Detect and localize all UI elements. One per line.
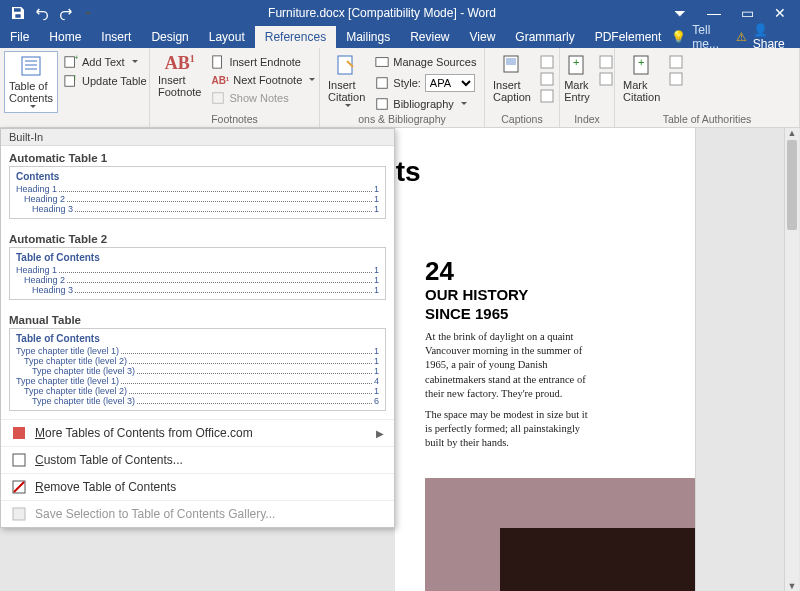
menu-save-gallery: Save Selection to Table of Contents Gall… <box>1 500 394 527</box>
table-of-contents-button[interactable]: Table of Contents <box>4 51 58 113</box>
tab-insert[interactable]: Insert <box>91 26 141 48</box>
tab-references[interactable]: References <box>255 26 336 48</box>
chevron-right-icon: ▶ <box>376 428 384 439</box>
tab-file[interactable]: File <box>0 26 39 48</box>
update-toa-icon[interactable] <box>668 71 684 87</box>
toc-preview-auto2[interactable]: Table of Contents Heading 11 Heading 21 … <box>9 247 386 300</box>
svg-rect-8 <box>213 56 222 68</box>
svg-rect-18 <box>541 90 553 102</box>
insert-index-icon[interactable] <box>598 54 614 70</box>
minimize-icon[interactable]: — <box>707 5 721 21</box>
tab-pdfelement[interactable]: PDFelement <box>585 26 672 48</box>
tab-layout[interactable]: Layout <box>199 26 255 48</box>
redo-icon[interactable] <box>58 5 74 21</box>
manage-sources-button[interactable]: Manage Sources <box>373 54 478 70</box>
svg-rect-26 <box>670 73 682 85</box>
add-text-icon: + <box>64 55 78 69</box>
update-table-button[interactable]: ! Update Table <box>62 73 149 89</box>
qat-customize-icon[interactable] <box>82 6 91 20</box>
tell-me-input[interactable]: Tell me... <box>692 23 729 51</box>
share-button[interactable]: 👤 Share <box>753 23 792 51</box>
toc-dropdown-menu: Built-In Automatic Table 1 Contents Head… <box>0 128 395 528</box>
svg-text:!: ! <box>74 74 76 82</box>
ribbon-group-toc: Table of Contents + Add Text ! Update Ta… <box>0 48 150 127</box>
scroll-up-icon[interactable]: ▲ <box>785 128 799 138</box>
maximize-icon[interactable]: ▭ <box>741 5 754 21</box>
group-label: Index <box>564 113 610 127</box>
doc-heading-fragment: its <box>395 156 421 188</box>
menu-label: ustom Table of Contents... <box>44 453 183 467</box>
tab-grammarly[interactable]: Grammarly <box>505 26 584 48</box>
update-table-figures-icon[interactable] <box>539 71 555 87</box>
custom-toc-icon <box>11 452 27 468</box>
bibliography-button[interactable]: Bibliography <box>373 96 478 112</box>
doc-paragraph: At the brink of daylight on a quaint Van… <box>425 330 595 401</box>
group-label: ons & Bibliography <box>324 113 480 127</box>
doc-section-heading: OUR HISTORYSINCE 1965 <box>425 286 528 324</box>
toc-preview-auto1[interactable]: Contents Heading 11 Heading 21 Heading 3… <box>9 166 386 219</box>
doc-chapter-number: 24 <box>425 256 454 287</box>
insert-toa-icon[interactable] <box>668 54 684 70</box>
tab-view[interactable]: View <box>460 26 506 48</box>
citation-style-select[interactable]: Style: APA <box>373 73 478 93</box>
svg-rect-13 <box>377 99 388 110</box>
insert-table-figures-icon[interactable] <box>539 54 555 70</box>
manage-sources-icon <box>375 55 389 69</box>
ribbon-group-authorities: + Mark Citation Table of Authorities <box>615 48 800 127</box>
tab-home[interactable]: Home <box>39 26 91 48</box>
svg-rect-22 <box>600 73 612 85</box>
document-page[interactable]: its 24 OUR HISTORYSINCE 1965 At the brin… <box>395 128 695 591</box>
insert-citation-button[interactable]: Insert Citation <box>324 51 369 111</box>
next-footnote-button[interactable]: AB¹ Next Footnote <box>209 73 317 87</box>
svg-text:+: + <box>573 56 579 68</box>
group-label <box>4 113 145 127</box>
svg-rect-11 <box>376 58 388 67</box>
citation-icon <box>335 53 359 77</box>
dropdown-section-builtin: Built-In <box>1 129 394 146</box>
close-icon[interactable]: ✕ <box>774 5 786 21</box>
update-index-icon[interactable] <box>598 71 614 87</box>
ribbon-options-icon[interactable]: ⏷ <box>673 5 687 21</box>
scroll-down-icon[interactable]: ▼ <box>785 581 799 591</box>
add-text-button[interactable]: + Add Text <box>62 54 149 70</box>
show-notes-button[interactable]: Show Notes <box>209 90 317 106</box>
scrollbar-thumb[interactable] <box>787 140 797 230</box>
group-label: Captions <box>489 113 555 127</box>
tab-design[interactable]: Design <box>141 26 198 48</box>
insert-caption-button[interactable]: Insert Caption <box>489 51 535 105</box>
warning-icon[interactable]: ⚠ <box>736 30 747 44</box>
toc-option-auto2[interactable]: Automatic Table 2 <box>1 227 394 247</box>
menu-more-toc[interactable]: More Tables of Contents from Office.com … <box>1 419 394 446</box>
toc-icon <box>19 54 43 78</box>
tab-review[interactable]: Review <box>400 26 459 48</box>
menu-label: ore Tables of Contents from Office.com <box>45 426 253 440</box>
mark-entry-button[interactable]: + Mark Entry <box>560 51 594 105</box>
toc-option-manual[interactable]: Manual Table <box>1 308 394 328</box>
tell-me-icon[interactable]: 💡 <box>671 30 686 44</box>
show-notes-icon <box>211 91 225 105</box>
toc-preview-manual[interactable]: Table of Contents Type chapter title (le… <box>9 328 386 411</box>
window-title: Furniture.docx [Compatibility Mode] - Wo… <box>91 6 673 20</box>
tab-mailings[interactable]: Mailings <box>336 26 400 48</box>
menu-custom-toc[interactable]: Custom Table of Contents... <box>1 446 394 473</box>
style-dropdown[interactable]: APA <box>425 74 475 92</box>
menu-remove-toc[interactable]: Remove Table of Contents <box>1 473 394 500</box>
ribbon-group-index: + Mark Entry Index <box>560 48 615 127</box>
svg-rect-21 <box>600 56 612 68</box>
insert-footnote-button[interactable]: AB1 Insert Footnote <box>154 51 205 100</box>
window-controls: ⏷ — ▭ ✕ <box>673 5 796 21</box>
bibliography-icon <box>375 97 389 111</box>
svg-rect-17 <box>541 73 553 85</box>
endnote-icon <box>211 55 225 69</box>
svg-rect-15 <box>506 58 516 65</box>
toc-option-auto1[interactable]: Automatic Table 1 <box>1 146 394 166</box>
vertical-scrollbar[interactable]: ▲ ▼ <box>784 128 799 591</box>
update-table-icon: ! <box>64 74 78 88</box>
save-icon[interactable] <box>10 5 26 21</box>
undo-icon[interactable] <box>34 5 50 21</box>
mark-citation-button[interactable]: + Mark Citation <box>619 51 664 105</box>
cross-reference-icon[interactable] <box>539 88 555 104</box>
svg-rect-9 <box>213 93 224 104</box>
menu-label: Save Selection to Table of Contents Gall… <box>35 507 275 521</box>
insert-endnote-button[interactable]: Insert Endnote <box>209 54 317 70</box>
